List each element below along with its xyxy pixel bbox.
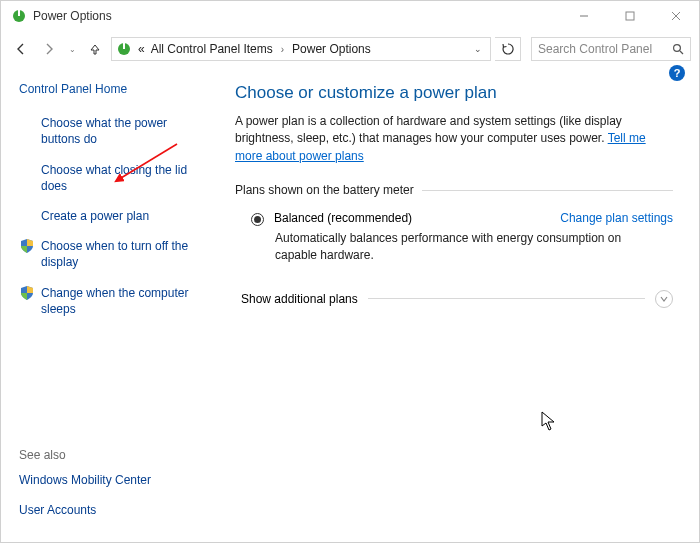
minimize-button[interactable] bbox=[561, 1, 607, 31]
see-also-user-accounts[interactable]: User Accounts bbox=[19, 502, 96, 518]
shield-icon bbox=[19, 238, 35, 270]
search-placeholder: Search Control Panel bbox=[538, 42, 652, 56]
window-titlebar: Power Options bbox=[1, 1, 699, 31]
description-text: A power plan is a collection of hardware… bbox=[235, 114, 622, 145]
breadcrumb-item[interactable]: All Control Panel Items bbox=[151, 42, 273, 56]
see-also-mobility-center[interactable]: Windows Mobility Center bbox=[19, 472, 151, 488]
balanced-plan-description: Automatically balances performance with … bbox=[275, 230, 635, 264]
recent-dropdown[interactable]: ⌄ bbox=[65, 45, 79, 54]
divider bbox=[368, 298, 645, 299]
power-icon bbox=[116, 41, 132, 57]
sidebar-item-closing-lid[interactable]: Choose what closing the lid does bbox=[41, 162, 209, 194]
address-toolbar: ⌄ « All Control Panel Items › Power Opti… bbox=[1, 31, 699, 67]
balanced-plan-label: Balanced (recommended) bbox=[274, 211, 412, 225]
search-input[interactable]: Search Control Panel bbox=[531, 37, 691, 61]
page-title: Choose or customize a power plan bbox=[235, 83, 673, 103]
main-content: ? Choose or customize a power plan A pow… bbox=[219, 67, 699, 542]
sidebar: Control Panel Home Choose what the power… bbox=[1, 67, 219, 542]
search-icon bbox=[672, 43, 684, 55]
maximize-button[interactable] bbox=[607, 1, 653, 31]
close-button[interactable] bbox=[653, 1, 699, 31]
address-dropdown[interactable]: ⌄ bbox=[470, 44, 486, 54]
page-description: A power plan is a collection of hardware… bbox=[235, 113, 673, 165]
chevron-right-icon: › bbox=[279, 44, 286, 55]
sidebar-item-computer-sleeps[interactable]: Change when the computer sleeps bbox=[41, 285, 209, 317]
svg-rect-3 bbox=[626, 12, 634, 20]
sidebar-item-create-plan[interactable]: Create a power plan bbox=[41, 208, 149, 224]
change-plan-settings-link[interactable]: Change plan settings bbox=[560, 211, 673, 225]
expand-plans-button[interactable] bbox=[655, 290, 673, 308]
svg-rect-1 bbox=[18, 10, 20, 16]
control-panel-home-link[interactable]: Control Panel Home bbox=[19, 81, 209, 97]
refresh-button[interactable] bbox=[495, 37, 521, 61]
plans-header-text: Plans shown on the battery meter bbox=[235, 183, 414, 197]
power-options-icon bbox=[11, 8, 27, 24]
up-button[interactable] bbox=[83, 37, 107, 61]
see-also-header: See also bbox=[19, 448, 209, 462]
balanced-plan-radio[interactable] bbox=[251, 213, 264, 226]
window-title: Power Options bbox=[33, 9, 112, 23]
sidebar-item-turn-off-display[interactable]: Choose when to turn off the display bbox=[41, 238, 209, 270]
breadcrumb-item[interactable]: Power Options bbox=[292, 42, 371, 56]
svg-line-9 bbox=[680, 51, 683, 54]
sidebar-item-power-buttons[interactable]: Choose what the power buttons do bbox=[41, 115, 209, 147]
back-button[interactable] bbox=[9, 37, 33, 61]
plans-section-header: Plans shown on the battery meter bbox=[235, 183, 673, 197]
show-additional-plans-label: Show additional plans bbox=[241, 292, 358, 306]
divider bbox=[422, 190, 673, 191]
address-bar[interactable]: « All Control Panel Items › Power Option… bbox=[111, 37, 491, 61]
forward-button[interactable] bbox=[37, 37, 61, 61]
svg-rect-7 bbox=[123, 43, 125, 49]
breadcrumb-prefix: « bbox=[138, 42, 145, 56]
svg-point-8 bbox=[674, 45, 681, 52]
shield-icon bbox=[19, 285, 35, 317]
help-icon[interactable]: ? bbox=[669, 65, 685, 81]
